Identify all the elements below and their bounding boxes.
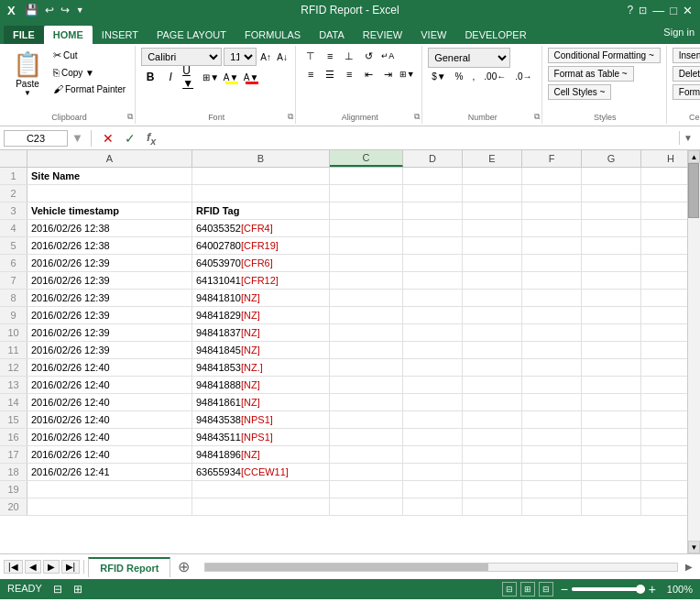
col-header-a[interactable]: A <box>27 150 192 167</box>
cell-6-A[interactable]: 2016/02/26 12:39 <box>27 255 192 271</box>
tab-view[interactable]: VIEW <box>411 26 455 44</box>
tab-data[interactable]: DATA <box>310 26 354 44</box>
cell-14-B[interactable]: 94841861 [NZ] <box>192 394 330 410</box>
cell-16-C[interactable] <box>330 429 403 445</box>
alignment-expand[interactable]: ⧉ <box>414 112 420 122</box>
cell-16-E[interactable] <box>463 429 522 445</box>
cell-15-A[interactable]: 2016/02/26 12:40 <box>27 411 192 428</box>
cell-11-B[interactable]: 94841845 [NZ] <box>192 342 330 358</box>
cell-7-B[interactable]: 64131041 [CFR12] <box>192 272 330 289</box>
row-number[interactable]: 5 <box>0 237 27 254</box>
cell-14-E[interactable] <box>463 394 522 410</box>
cell-4-G[interactable] <box>582 220 641 236</box>
cell-3-B[interactable]: RFID Tag <box>192 202 330 219</box>
row-number[interactable]: 1 <box>0 168 27 184</box>
cell-18-D[interactable] <box>403 464 463 480</box>
cell-5-F[interactable] <box>522 237 582 254</box>
cell-17-C[interactable] <box>330 446 403 463</box>
delete-btn[interactable]: Delete ~ <box>673 66 700 82</box>
cell-6-F[interactable] <box>522 255 582 271</box>
cell-10-B[interactable]: 94841837 [NZ] <box>192 324 330 341</box>
cell-9-D[interactable] <box>403 307 463 323</box>
cell-12-C[interactable] <box>330 359 403 376</box>
cell-styles-btn[interactable]: Cell Styles ~ <box>548 84 612 100</box>
cell-14-C[interactable] <box>330 394 403 410</box>
cell-2-C[interactable] <box>330 185 403 202</box>
row-number[interactable]: 7 <box>0 272 27 289</box>
cell-4-F[interactable] <box>522 220 582 236</box>
cell-7-C[interactable] <box>330 272 403 289</box>
cell-9-B[interactable]: 94841829 [NZ] <box>192 307 330 323</box>
cell-3-A[interactable]: Vehicle timestamp <box>27 202 192 219</box>
formula-input[interactable] <box>163 131 675 146</box>
cell-15-B[interactable]: 94843538 [NPS1] <box>192 411 330 428</box>
cell-15-C[interactable] <box>330 411 403 428</box>
name-box[interactable]: C23 <box>4 130 68 147</box>
cell-7-F[interactable] <box>522 272 582 289</box>
paste-dropdown[interactable]: ▼ <box>24 89 31 97</box>
sign-in-link[interactable]: Sign in <box>663 27 695 38</box>
row-number[interactable]: 13 <box>0 377 27 393</box>
copy-button[interactable]: ⎘Copy ▼ <box>49 65 129 80</box>
cell-12-A[interactable]: 2016/02/26 12:40 <box>27 359 192 376</box>
h-scroll-track[interactable] <box>204 563 678 572</box>
increase-decimal-btn[interactable]: .00← <box>480 70 509 83</box>
scroll-thumb[interactable] <box>688 163 699 218</box>
cell-13-E[interactable] <box>463 377 522 393</box>
sheet-nav-first[interactable]: |◀ <box>4 560 23 574</box>
sheet-nav-prev[interactable]: ◀ <box>25 560 41 574</box>
cell-1-B[interactable] <box>192 168 330 184</box>
cell-3-F[interactable] <box>522 202 582 219</box>
cell-12-E[interactable] <box>463 359 522 376</box>
grid-body[interactable]: 1Site Name23Vehicle timestampRFID Tag420… <box>0 168 700 553</box>
cell-6-C[interactable] <box>330 255 403 271</box>
cell-12-D[interactable] <box>403 359 463 376</box>
cancel-btn[interactable]: ✕ <box>99 130 117 147</box>
cell-8-A[interactable]: 2016/02/26 12:39 <box>27 290 192 306</box>
cell-20-E[interactable] <box>463 498 522 515</box>
cell-16-B[interactable]: 94843511 [NPS1] <box>192 429 330 445</box>
cell-11-A[interactable]: 2016/02/26 12:39 <box>27 342 192 358</box>
cell-17-E[interactable] <box>463 446 522 463</box>
row-number[interactable]: 2 <box>0 185 27 202</box>
col-header-e[interactable]: E <box>463 150 522 167</box>
cell-17-D[interactable] <box>403 446 463 463</box>
cell-17-B[interactable]: 94841896 [NZ] <box>192 446 330 463</box>
cell-11-E[interactable] <box>463 342 522 358</box>
top-align-btn[interactable]: ⊤ <box>301 48 320 64</box>
cell-2-G[interactable] <box>582 185 641 202</box>
formula-bar-expand[interactable]: ▼ <box>679 131 696 145</box>
row-number[interactable]: 6 <box>0 255 27 271</box>
cell-6-E[interactable] <box>463 255 522 271</box>
sheet-nav-last[interactable]: ▶| <box>61 560 81 574</box>
col-header-f[interactable]: F <box>522 150 582 167</box>
redo-quick-btn[interactable]: ↪ <box>59 4 71 16</box>
cell-6-G[interactable] <box>582 255 641 271</box>
format-btn[interactable]: Format ~ <box>673 84 700 100</box>
cell-3-C[interactable] <box>330 202 403 219</box>
cell-19-C[interactable] <box>330 481 403 498</box>
function-btn[interactable]: fx <box>143 129 159 148</box>
undo-quick-btn[interactable]: ↩ <box>43 4 56 16</box>
cell-1-F[interactable] <box>522 168 582 184</box>
cell-7-D[interactable] <box>403 272 463 289</box>
cell-18-C[interactable] <box>330 464 403 480</box>
cut-button[interactable]: ✂Cut <box>49 48 129 63</box>
center-align-btn[interactable]: ☰ <box>321 66 339 82</box>
cell-18-G[interactable] <box>582 464 641 480</box>
row-number[interactable]: 17 <box>0 446 27 463</box>
middle-align-btn[interactable]: ≡ <box>321 48 339 64</box>
sheet-tab-rfid-report[interactable]: RFID Report <box>88 557 170 577</box>
wrap-text-btn[interactable]: ↵A <box>378 48 397 64</box>
cell-16-A[interactable]: 2016/02/26 12:40 <box>27 429 192 445</box>
text-direction-btn[interactable]: ↺ <box>359 48 377 64</box>
font-name-select[interactable]: Calibri <box>141 48 222 66</box>
font-size-select[interactable]: 11 <box>224 48 257 66</box>
page-layout-icon[interactable]: ⊞ <box>73 583 82 596</box>
percent-btn[interactable]: % <box>452 70 467 83</box>
tab-developer[interactable]: DEVELOPER <box>455 26 535 44</box>
cell-1-G[interactable] <box>582 168 641 184</box>
zoom-thumb[interactable] <box>636 585 645 594</box>
tab-page-layout[interactable]: PAGE LAYOUT <box>148 26 235 44</box>
zoom-in-btn[interactable]: + <box>649 582 656 597</box>
